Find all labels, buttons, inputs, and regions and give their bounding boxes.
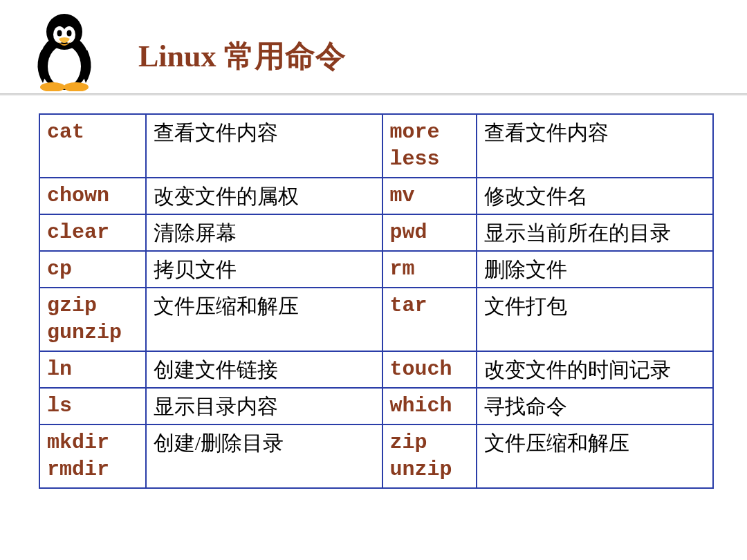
command-cell: zip unzip (382, 424, 477, 488)
table-row: cp拷贝文件rm删除文件 (39, 251, 713, 288)
table-row: cat查看文件内容more less查看文件内容 (39, 114, 713, 178)
table-container: cat查看文件内容more less查看文件内容chown改变文件的属权mv修改… (0, 97, 747, 489)
description-cell: 寻找命令 (477, 388, 713, 424)
table-row: mkdir rmdir创建/删除目录zip unzip文件压缩和解压 (39, 424, 713, 488)
command-cell: tar (382, 288, 477, 351)
svg-point-6 (67, 30, 72, 37)
command-cell: pwd (382, 214, 477, 251)
description-cell: 改变文件的属权 (146, 178, 382, 214)
command-cell: gzip gunzip (39, 288, 146, 351)
table-row: gzip gunzip文件压缩和解压tar文件打包 (39, 288, 713, 351)
description-cell: 显示目录内容 (146, 388, 382, 424)
command-cell: more less (382, 114, 477, 178)
description-cell: 修改文件名 (477, 178, 713, 214)
description-cell: 文件打包 (477, 288, 713, 351)
command-cell: chown (39, 178, 146, 214)
description-cell: 拷贝文件 (146, 251, 382, 288)
description-cell: 查看文件内容 (146, 114, 382, 178)
command-cell: cat (39, 114, 146, 178)
table-row: clear清除屏幕pwd显示当前所在的目录 (39, 214, 713, 251)
description-cell: 文件压缩和解压 (146, 288, 382, 351)
description-cell: 创建/删除目录 (146, 424, 382, 488)
command-cell: which (382, 388, 477, 424)
table-row: chown改变文件的属权mv修改文件名 (39, 178, 713, 214)
table-row: ln创建文件链接touch改变文件的时间记录 (39, 351, 713, 388)
description-cell: 清除屏幕 (146, 214, 382, 251)
svg-point-1 (48, 46, 81, 87)
description-cell: 创建文件链接 (146, 351, 382, 388)
command-cell: ls (39, 388, 146, 424)
slide-header: Linux 常用命令 (0, 0, 747, 97)
svg-point-5 (57, 30, 62, 37)
tux-penguin-icon (26, 8, 102, 91)
description-cell: 文件压缩和解压 (477, 424, 713, 488)
command-cell: touch (382, 351, 477, 388)
page-title: Linux 常用命令 (138, 36, 346, 77)
command-cell: clear (39, 214, 146, 251)
table-row: ls显示目录内容which寻找命令 (39, 388, 713, 424)
description-cell: 查看文件内容 (477, 114, 713, 178)
command-cell: rm (382, 251, 477, 288)
commands-table: cat查看文件内容more less查看文件内容chown改变文件的属权mv修改… (39, 113, 714, 489)
description-cell: 删除文件 (477, 251, 713, 288)
command-cell: mkdir rmdir (39, 424, 146, 488)
description-cell: 显示当前所在的目录 (477, 214, 713, 251)
command-cell: mv (382, 178, 477, 214)
description-cell: 改变文件的时间记录 (477, 351, 713, 388)
command-cell: cp (39, 251, 146, 288)
command-cell: ln (39, 351, 146, 388)
